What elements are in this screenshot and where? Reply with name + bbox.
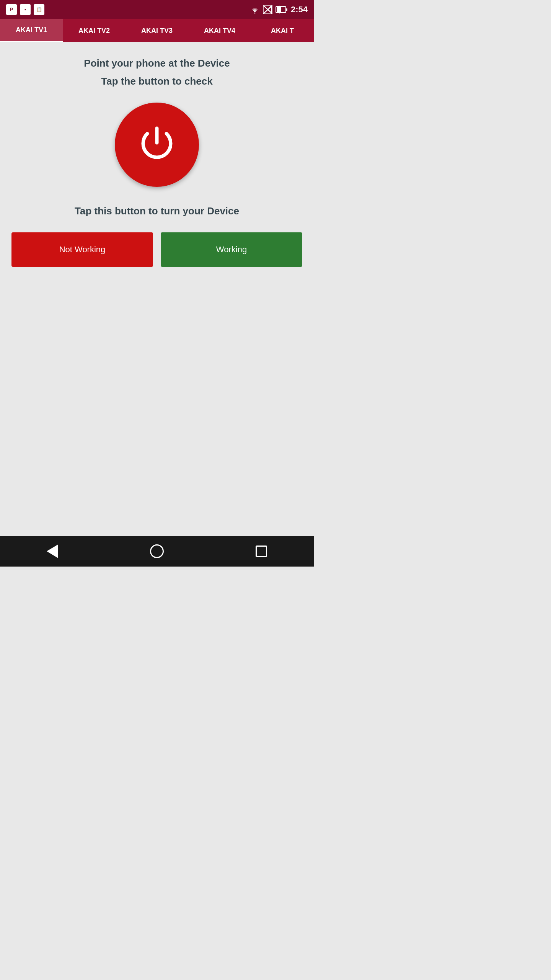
status-bar-left: P ▪ 📋 [6, 4, 44, 15]
status-time: 2:54 [291, 5, 308, 15]
instruction-text-3: Tap this button to turn your Device [75, 205, 239, 217]
status-bar-right: 2:54 [249, 5, 308, 15]
tab-akai-tv5[interactable]: AKAI T [251, 19, 314, 42]
home-icon [150, 544, 164, 558]
sim-icon: 📋 [34, 4, 44, 15]
home-button[interactable] [145, 540, 168, 563]
back-icon [47, 544, 58, 558]
p-icon: P [6, 4, 17, 15]
status-bar: P ▪ 📋 2:54 [0, 0, 314, 19]
tab-akai-tv1[interactable]: AKAI TV1 [0, 19, 63, 42]
svg-point-0 [254, 13, 255, 14]
recents-icon [256, 546, 267, 557]
battery-icon [276, 5, 288, 14]
back-button[interactable] [41, 540, 64, 563]
instruction-text-2: Tap the button to check [101, 75, 212, 87]
not-working-button[interactable]: Not Working [11, 232, 153, 267]
working-button[interactable]: Working [161, 232, 302, 267]
signal-icon [263, 5, 272, 14]
power-button[interactable] [115, 103, 199, 187]
wifi-icon [249, 5, 260, 14]
main-content: Point your phone at the Device Tap the b… [0, 42, 314, 536]
square-icon: ▪ [20, 4, 31, 15]
tab-akai-tv4[interactable]: AKAI TV4 [188, 19, 251, 42]
svg-rect-8 [286, 8, 287, 11]
tab-bar: AKAI TV1 AKAI TV2 AKAI TV3 AKAI TV4 AKAI… [0, 19, 314, 42]
tab-akai-tv3[interactable]: AKAI TV3 [126, 19, 188, 42]
tab-akai-tv2[interactable]: AKAI TV2 [63, 19, 126, 42]
power-icon [136, 123, 178, 167]
recents-button[interactable] [250, 540, 273, 563]
instruction-text-1: Point your phone at the Device [84, 57, 230, 69]
bottom-nav [0, 536, 314, 567]
action-buttons: Not Working Working [11, 232, 302, 267]
